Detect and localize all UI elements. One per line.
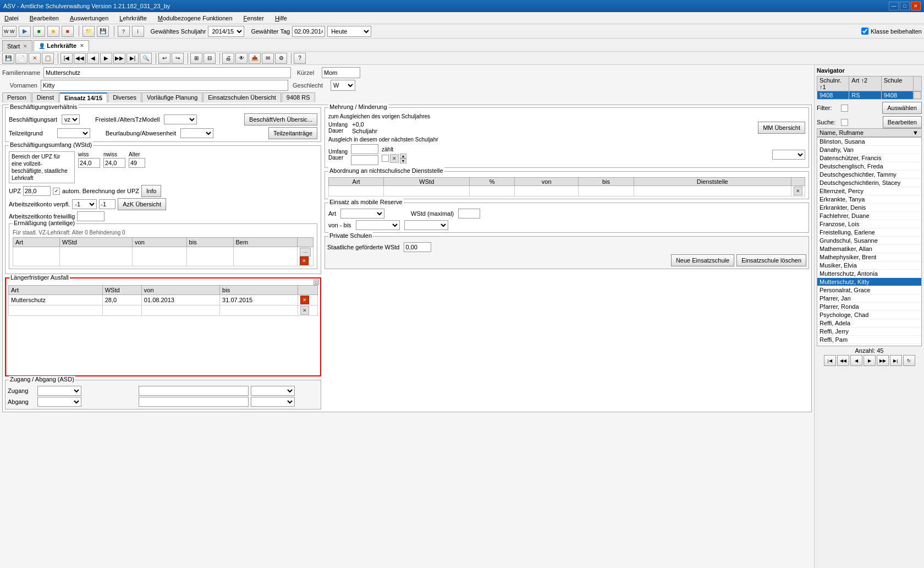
menu-auswertungen[interactable]: Auswertungen xyxy=(68,14,111,23)
tb2-btn-prev2[interactable]: ◀◀ xyxy=(74,53,86,64)
mm-uebersicht-btn[interactable]: MM Übersicht xyxy=(758,122,805,134)
tb2-btn-last[interactable]: ▶| xyxy=(127,53,139,64)
inner-tab-person[interactable]: Person xyxy=(2,92,31,102)
nav-next-btn[interactable]: ▶ xyxy=(864,355,876,366)
tag-input[interactable] xyxy=(292,26,325,37)
nav-prev-btn[interactable]: ◀ xyxy=(850,355,862,366)
abgang-select[interactable] xyxy=(37,397,81,407)
nav-item-9[interactable]: Fachlehrer, Duane xyxy=(817,212,921,220)
inner-tab-dienst[interactable]: Dienst xyxy=(32,92,59,102)
tab-lehrkraefte[interactable]: 👤 Lehrkräfte ✕ xyxy=(34,40,89,51)
nav-item-20[interactable]: Pfarrer, Ronda xyxy=(817,303,921,311)
tb-btn-2[interactable]: ▶ xyxy=(19,26,31,37)
tb-btn-5[interactable]: ■ xyxy=(62,26,74,37)
tb2-btn-new[interactable]: 📄 xyxy=(15,53,28,64)
ausfall-collapse[interactable]: □ xyxy=(314,280,319,285)
nav-item-17[interactable]: Mutterschutz, Kitty xyxy=(817,278,921,286)
menu-bearbeiten[interactable]: Bearbeiten xyxy=(28,14,61,23)
tb-btn-7[interactable]: 💾 xyxy=(97,26,109,37)
nav-item-10[interactable]: Franzose, Lois xyxy=(817,220,921,228)
tab-lehrkraefte-close[interactable]: ✕ xyxy=(80,43,84,48)
inner-tab-diverses[interactable]: Diverses xyxy=(108,92,141,102)
info-btn[interactable]: Info xyxy=(141,185,161,197)
menu-lehrkraefte[interactable]: Lehrkräfte xyxy=(117,14,149,23)
nav-filter-checkbox[interactable] xyxy=(841,105,848,112)
neue-einsatzschule-btn[interactable]: Neue Einsatzschule xyxy=(671,254,734,266)
nav-item-18[interactable]: Personalrat, Grace xyxy=(817,286,921,294)
nav-item-4[interactable]: Deutschgeschichtler, Tammy xyxy=(817,171,921,179)
zugang-input[interactable] xyxy=(139,386,249,396)
inner-tab-9408rs[interactable]: 9408 RS xyxy=(282,92,315,102)
nav-item-16[interactable]: Mutterschutz, Antonia xyxy=(817,270,921,278)
nav-prev2-btn[interactable]: ◀◀ xyxy=(837,355,849,366)
nav-col-art[interactable]: Art ↑2 xyxy=(849,77,881,91)
azk-freiw-input[interactable] xyxy=(77,211,105,221)
tb2-btn-mail[interactable]: ✉ xyxy=(262,53,274,64)
menu-fenster[interactable]: Fenster xyxy=(241,14,266,23)
nav-col-schule[interactable]: Schule xyxy=(882,77,914,91)
staatl-wstd-input[interactable] xyxy=(404,242,431,252)
azk-verpfl-select[interactable]: -1 xyxy=(72,199,97,209)
nav-item-8[interactable]: Erkrankter, Denis xyxy=(817,204,921,212)
tb-btn-8[interactable]: ? xyxy=(118,26,130,37)
kuerzel-input[interactable] xyxy=(322,67,360,78)
tb2-btn-export[interactable]: 📤 xyxy=(249,53,261,64)
tb-btn-4[interactable]: ■ xyxy=(47,26,59,37)
familienname-input[interactable] xyxy=(43,67,291,78)
tb2-btn-paste[interactable]: ⊟ xyxy=(204,53,216,64)
nav-item-23[interactable]: Reffi, Jerry xyxy=(817,327,921,336)
abgang-input[interactable] xyxy=(139,397,249,407)
nav-col-schulnr[interactable]: Schulnr. ↑1 xyxy=(817,77,849,91)
tb-btn-1[interactable]: W W xyxy=(2,26,16,37)
tb2-btn-copy[interactable]: 📋 xyxy=(42,53,54,64)
nav-item-2[interactable]: Datenschützer, Francis xyxy=(817,154,921,162)
klasse-beibehalten-checkbox[interactable] xyxy=(861,28,868,35)
vorname-input[interactable] xyxy=(41,80,288,91)
tb2-btn-undo[interactable]: ↩ xyxy=(158,53,170,64)
nav-cell-art[interactable]: RS xyxy=(849,91,881,99)
tb2-btn-help[interactable]: ? xyxy=(294,53,306,64)
minimize-button[interactable]: — xyxy=(889,2,899,10)
nav-next2-btn[interactable]: ▶▶ xyxy=(877,355,889,366)
reserve-bis-select[interactable] xyxy=(404,220,448,230)
upz-input[interactable] xyxy=(23,186,51,196)
reserve-art-select[interactable] xyxy=(340,209,384,219)
nav-refresh-btn[interactable]: ↻ xyxy=(903,355,915,366)
tb-btn-3[interactable]: ■ xyxy=(33,26,45,37)
azk-btn[interactable]: AzK Übersicht xyxy=(118,198,166,210)
nav-list-sort-icon[interactable]: ▼ xyxy=(912,129,919,136)
nav-item-24[interactable]: Reffi, Pam xyxy=(817,336,921,344)
tb2-btn-next[interactable]: ▶ xyxy=(100,53,112,64)
nav-item-6[interactable]: Elternzeit, Percy xyxy=(817,187,921,195)
nav-list[interactable]: Blinston, Susana Danahy, Van Datenschütz… xyxy=(817,137,922,346)
tb2-btn-save[interactable]: 💾 xyxy=(2,53,14,64)
zaehlt-checkbox[interactable] xyxy=(382,155,389,162)
nav-item-7[interactable]: Erkrankte, Tanya xyxy=(817,195,921,204)
heute-select[interactable]: Heute xyxy=(327,26,371,37)
mehrung-select[interactable] xyxy=(772,150,805,160)
tb-btn-9[interactable]: i xyxy=(132,26,144,37)
schuljahr-select[interactable]: 2014/15 xyxy=(208,26,244,37)
tb2-btn-first[interactable]: |◀ xyxy=(61,53,73,64)
nav-item-1[interactable]: Danahy, Van xyxy=(817,146,921,154)
mehrung-umfang-input[interactable] xyxy=(351,144,378,154)
nav-item-5[interactable]: Deutschgeschichtlerin, Stacey xyxy=(817,179,921,187)
nav-item-25[interactable]: Reffie, Rene xyxy=(817,344,921,346)
inner-tab-einsatz[interactable]: Einsatz 14/15 xyxy=(59,92,107,102)
ermaess-add-btn[interactable]: ··· xyxy=(300,248,311,256)
nav-item-19[interactable]: Pfarrer, Jan xyxy=(817,294,921,303)
freistell-select[interactable] xyxy=(164,114,197,124)
nav-item-14[interactable]: Mathephysiker, Brent xyxy=(817,253,921,261)
menu-modulbezogen[interactable]: Modulbezogene Funktionen xyxy=(156,14,235,23)
tb2-btn-redo[interactable]: ↪ xyxy=(172,53,184,64)
nav-item-0[interactable]: Blinston, Susana xyxy=(817,138,921,146)
tb-btn-6[interactable]: 📁 xyxy=(82,26,95,37)
azk-verpfl-input[interactable] xyxy=(99,199,116,209)
abgang-select2[interactable] xyxy=(251,397,295,407)
alter-input[interactable] xyxy=(129,158,145,168)
zugang-select2[interactable] xyxy=(251,386,295,396)
zugang-select[interactable] xyxy=(37,386,81,396)
teilzeitgrund-select[interactable] xyxy=(57,128,90,138)
zaehlt-spin-dn[interactable]: ▼ xyxy=(400,159,406,163)
nav-last-btn[interactable]: ▶| xyxy=(890,355,902,366)
